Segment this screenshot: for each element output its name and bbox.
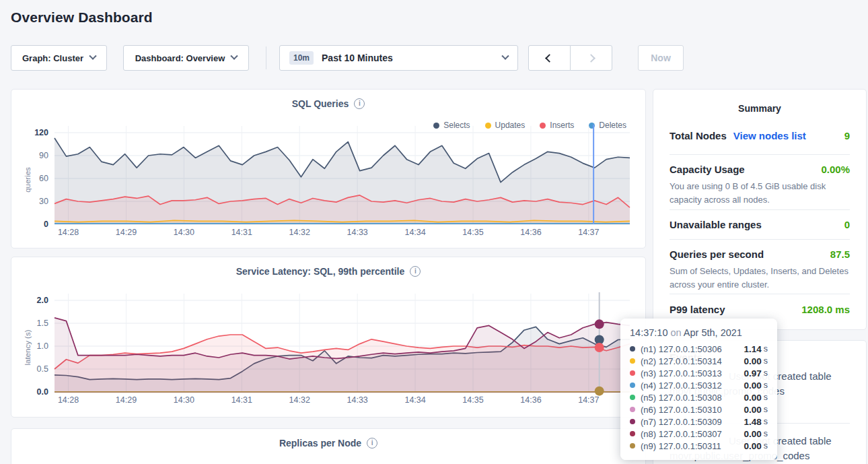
tooltip-value-unit: s — [764, 429, 768, 438]
summary-title: Summary — [653, 103, 866, 114]
queries-per-second-label: Queries per second — [670, 248, 764, 260]
tooltip-node-address: (n4) 127.0.0.1:50312 — [641, 380, 744, 391]
node-color-dot-icon — [630, 346, 635, 352]
p99-latency-value: 1208.0 ms — [801, 304, 850, 315]
x-tick-label: 14:37 — [578, 228, 599, 237]
hover-dot — [595, 387, 604, 396]
capacity-usage-description: You are using 0 B of 4.5 GiB usable disk… — [670, 180, 850, 207]
x-tick-label: 14:35 — [462, 395, 483, 405]
tooltip-on: on — [670, 327, 681, 338]
divider — [670, 294, 850, 294]
info-icon[interactable]: i — [354, 98, 365, 109]
tooltip-rows: (n1) 127.0.0.1:503061.14s(n2) 127.0.0.1:… — [630, 343, 768, 452]
x-tick-label: 14:37 — [578, 395, 599, 405]
replicas-per-node-card: Replicas per Nodei — [11, 428, 646, 464]
divider — [670, 154, 850, 155]
sql-queries-chart[interactable]: 030609012014:2814:2914:3014:3114:3214:33… — [11, 123, 647, 238]
service-latency-chart[interactable]: 0.00.51.01.52.014:2814:2914:3014:3114:32… — [11, 291, 647, 405]
now-button[interactable]: Now — [638, 45, 684, 71]
tooltip-node-address: (n2) 127.0.0.1:50314 — [641, 356, 744, 366]
unavailable-ranges-row: Unavailable ranges 0 — [670, 219, 850, 230]
tooltip-row: (n3) 127.0.0.1:503130.97s — [630, 367, 768, 379]
x-tick-label: 14:29 — [116, 228, 137, 237]
tooltip-value-unit: s — [764, 393, 768, 402]
tooltip-row: (n1) 127.0.0.1:503061.14s — [630, 343, 768, 355]
chart-title-text: SQL Queries — [292, 98, 349, 109]
tooltip-node-address: (n7) 127.0.0.1:50309 — [641, 417, 744, 427]
divider — [670, 209, 850, 210]
x-tick-label: 14:28 — [58, 228, 79, 237]
x-tick-label: 14:31 — [231, 228, 252, 237]
y-tick-label: 30 — [39, 197, 48, 206]
view-nodes-list-link[interactable]: View nodes list — [733, 130, 806, 141]
time-next-button[interactable] — [570, 45, 612, 71]
capacity-usage-label: Capacity Usage — [670, 164, 745, 175]
unavailable-ranges-label: Unavailable ranges — [670, 219, 762, 230]
time-range-dropdown[interactable]: 10m Past 10 Minutes — [279, 45, 518, 71]
hover-dot — [595, 319, 604, 329]
node-color-dot-icon — [630, 370, 635, 376]
node-color-dot-icon — [630, 383, 635, 388]
y-tick-label: 2.0 — [37, 296, 48, 305]
node-color-dot-icon — [630, 431, 635, 436]
unavailable-ranges-value: 0 — [844, 219, 850, 230]
queries-per-second-row: Queries per second 87.5 — [670, 248, 850, 260]
total-nodes-label: Total Nodes — [670, 130, 727, 141]
node-color-dot-icon — [630, 407, 635, 412]
chart-title: Replicas per Nodei — [11, 437, 645, 449]
x-tick-label: 14:33 — [347, 228, 368, 237]
tooltip-value-unit: s — [764, 441, 768, 451]
tooltip-value-unit: s — [764, 380, 768, 390]
x-tick-label: 14:29 — [116, 395, 137, 405]
chevron-down-icon — [231, 53, 238, 60]
tooltip-node-address: (n3) 127.0.0.1:50313 — [641, 368, 744, 378]
tooltip-time: 14:37:10 — [630, 327, 667, 338]
tooltip-value-unit: s — [764, 356, 768, 366]
tooltip-node-value: 0.00 — [744, 380, 761, 391]
x-tick-label: 14:30 — [174, 395, 194, 405]
x-tick-label: 14:30 — [174, 228, 194, 237]
node-color-dot-icon — [630, 419, 635, 424]
node-color-dot-icon — [630, 358, 635, 364]
node-color-dot-icon — [630, 443, 635, 449]
x-tick-label: 14:36 — [520, 395, 541, 405]
tooltip-row: (n5) 127.0.0.1:503080.00s — [630, 391, 768, 403]
x-tick-label: 14:34 — [404, 395, 425, 405]
graph-scope-dropdown[interactable]: Graph: Cluster — [11, 45, 107, 71]
node-color-dot-icon — [630, 395, 635, 400]
y-tick-label: 1.5 — [37, 319, 48, 328]
chart-title-text: Replicas per Node — [279, 438, 361, 449]
hover-dot — [595, 343, 604, 352]
capacity-usage-value: 0.00% — [821, 164, 850, 175]
x-tick-label: 14:36 — [520, 228, 541, 237]
chart-title: Service Latency: SQL, 99th percentilei — [11, 265, 645, 277]
graph-scope-label: Graph: Cluster — [22, 53, 83, 63]
y-tick-label: 60 — [39, 174, 48, 183]
toolbar-divider — [266, 46, 266, 69]
tooltip-node-address: (n9) 127.0.0.1:50311 — [641, 441, 744, 451]
tooltip-row: (n7) 127.0.0.1:503091.48s — [630, 416, 768, 428]
divider — [670, 239, 850, 240]
tooltip-row: (n6) 127.0.0.1:503100.00s — [630, 403, 768, 416]
p99-latency-label: P99 latency — [670, 304, 725, 315]
dashboard-dropdown[interactable]: Dashboard: Overview — [123, 45, 249, 71]
x-tick-label: 14:28 — [58, 395, 79, 405]
time-prev-button[interactable] — [528, 45, 571, 71]
time-range-label: Past 10 Minutes — [322, 53, 495, 63]
chevron-down-icon — [501, 53, 509, 60]
y-tick-label: 90 — [39, 151, 48, 160]
chevron-right-icon — [587, 54, 595, 63]
dashboard-label: Dashboard: Overview — [135, 53, 225, 63]
page-title: Overview Dashboard — [11, 9, 153, 26]
y-tick-label: 1.0 — [37, 341, 48, 351]
info-icon[interactable]: i — [410, 266, 421, 277]
x-tick-label: 14:31 — [231, 395, 252, 405]
time-range-badge: 10m — [289, 51, 314, 65]
tooltip-node-value: 0.00 — [744, 441, 761, 451]
info-icon[interactable]: i — [367, 438, 377, 449]
tooltip-node-value: 1.48 — [744, 417, 761, 427]
total-nodes-row: Total Nodes View nodes list 9 — [670, 130, 850, 141]
chart-title-text: Service Latency: SQL, 99th percentile — [236, 266, 405, 277]
x-tick-label: 14:33 — [347, 395, 368, 405]
tooltip-value-unit: s — [764, 405, 768, 414]
